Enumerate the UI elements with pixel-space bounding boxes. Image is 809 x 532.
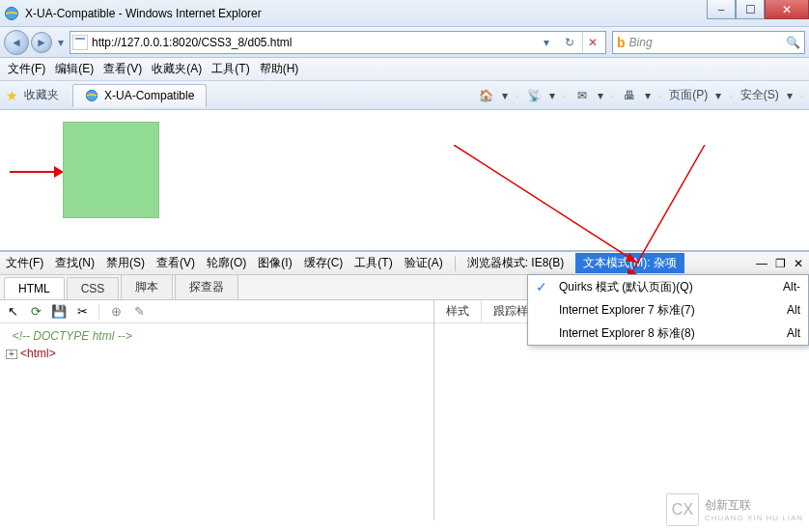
window-titlebar: X-UA-Compatible - Windows Internet Explo… bbox=[0, 0, 809, 27]
watermark: CX 创新互联 CHUANG XIN HU LIAN bbox=[666, 493, 803, 526]
favorites-toolbar: ★ 收藏夹 X-UA-Compatible 🏠▾ · 📡▾ · ✉▾ · 🖶▾ … bbox=[0, 81, 809, 110]
favorites-label[interactable]: 收藏夹 bbox=[24, 87, 59, 103]
mail-icon[interactable]: ✉ bbox=[574, 88, 590, 103]
url-dropdown[interactable]: ▾ bbox=[536, 32, 557, 53]
dt-menu-cache[interactable]: 缓存(C) bbox=[304, 255, 344, 271]
url-input[interactable] bbox=[92, 36, 528, 49]
doc-mode-item-quirks[interactable]: ✓ Quirks 模式 (默认页面)(Q) Alt- bbox=[528, 275, 808, 298]
devtools-close-icon[interactable]: ✕ bbox=[794, 257, 803, 270]
cut-tool-icon[interactable]: ✂ bbox=[73, 303, 91, 321]
favorites-star-icon[interactable]: ★ bbox=[6, 88, 18, 103]
home-icon[interactable]: 🏠 bbox=[479, 88, 494, 103]
page-icon bbox=[72, 35, 88, 50]
print-icon[interactable]: 🖶 bbox=[622, 88, 637, 103]
search-placeholder: Bing bbox=[629, 36, 653, 49]
annotation-arrow-horizontal bbox=[10, 163, 64, 181]
devtools-tree-panel: ↖ ⟳ 💾 ✂ ⊕ ✎ <!-- DOCTYPE html --> +<html… bbox=[0, 300, 434, 520]
window-title: X-UA-Compatible - Windows Internet Explo… bbox=[25, 7, 262, 20]
document-mode-dropdown[interactable]: 文本模式(M): 杂项 bbox=[575, 253, 684, 273]
feeds-icon[interactable]: 📡 bbox=[526, 88, 542, 103]
menu-tools[interactable]: 工具(T) bbox=[211, 61, 249, 77]
devtools-tab-profiler[interactable]: 探查器 bbox=[175, 274, 238, 299]
pointer-tool-icon[interactable]: ↖ bbox=[4, 303, 21, 321]
dt-menu-image[interactable]: 图像(I) bbox=[258, 255, 292, 271]
doctype-comment: <!-- DOCTYPE html --> bbox=[13, 329, 132, 343]
rendered-green-box bbox=[63, 122, 159, 218]
attr-tool-icon[interactable]: ⊕ bbox=[107, 303, 125, 321]
menu-favorites[interactable]: 收藏夹(A) bbox=[152, 61, 202, 77]
window-close-button[interactable]: ✕ bbox=[765, 0, 809, 19]
document-mode-menu: ✓ Quirks 模式 (默认页面)(Q) Alt- Internet Expl… bbox=[527, 274, 809, 346]
page-tab[interactable]: X-UA-Compatible bbox=[72, 84, 207, 107]
doc-mode-item-ie8[interactable]: Internet Explorer 8 标准(8) Alt bbox=[528, 322, 808, 345]
browser-mode-label[interactable]: 浏览器模式: IE8(B) bbox=[467, 255, 565, 271]
watermark-en: CHUANG XIN HU LIAN bbox=[705, 514, 803, 522]
refresh-tool-icon[interactable]: ⟳ bbox=[27, 303, 44, 321]
watermark-cn: 创新互联 bbox=[705, 497, 803, 514]
dt-menu-outline[interactable]: 轮廓(O) bbox=[207, 255, 246, 271]
page-viewport bbox=[0, 110, 809, 251]
menu-bar: 文件(F) 编辑(E) 查看(V) 收藏夹(A) 工具(T) 帮助(H) bbox=[0, 58, 809, 81]
dt-menu-file[interactable]: 文件(F) bbox=[6, 255, 43, 271]
dt-menu-find[interactable]: 查找(N) bbox=[55, 255, 95, 271]
html-tag-node[interactable]: <html> bbox=[20, 347, 56, 360]
nav-history-dropdown[interactable]: ▾ bbox=[54, 31, 68, 54]
doc-mode-item-ie7[interactable]: Internet Explorer 7 标准(7) Alt bbox=[528, 298, 808, 322]
stop-button[interactable]: ✕ bbox=[582, 32, 603, 53]
menu-file[interactable]: 文件(F) bbox=[8, 61, 45, 77]
search-button-icon[interactable]: 🔍 bbox=[786, 36, 800, 49]
dom-tree[interactable]: <!-- DOCTYPE html --> +<html> bbox=[0, 323, 433, 366]
expand-tool-icon[interactable]: ✎ bbox=[130, 303, 148, 321]
dt-menu-disable[interactable]: 禁用(S) bbox=[106, 255, 145, 271]
save-tool-icon[interactable]: 💾 bbox=[50, 303, 68, 321]
forward-button[interactable]: ► bbox=[31, 32, 52, 53]
check-icon: ✓ bbox=[536, 279, 551, 294]
dt-menu-validate[interactable]: 验证(A) bbox=[404, 255, 443, 271]
nav-bar: ◄ ► ▾ ▾ ↻ ✕ b Bing 🔍 bbox=[0, 27, 809, 58]
search-box[interactable]: b Bing 🔍 bbox=[612, 31, 805, 54]
expand-toggle-icon[interactable]: + bbox=[6, 350, 17, 359]
devtools-tab-html[interactable]: HTML bbox=[4, 277, 65, 299]
ie-icon bbox=[85, 89, 98, 102]
watermark-logo: CX bbox=[666, 493, 699, 526]
page-menu[interactable]: 页面(P) bbox=[669, 87, 708, 103]
menu-help[interactable]: 帮助(H) bbox=[260, 61, 299, 77]
devtools-minimize-icon[interactable]: — bbox=[756, 257, 767, 270]
window-maximize-button[interactable]: ☐ bbox=[736, 0, 765, 19]
dt-menu-tools[interactable]: 工具(T) bbox=[354, 255, 392, 271]
devtools-tab-css[interactable]: CSS bbox=[67, 277, 120, 299]
devtools-toolbar: ↖ ⟳ 💾 ✂ ⊕ ✎ bbox=[0, 300, 433, 323]
address-bar[interactable]: ▾ ↻ ✕ bbox=[70, 31, 606, 54]
dt-menu-view[interactable]: 查看(V) bbox=[156, 255, 195, 271]
menu-view[interactable]: 查看(V) bbox=[103, 61, 142, 77]
devtools-unpin-icon[interactable]: ❐ bbox=[775, 257, 786, 270]
tab-title: X-UA-Compatible bbox=[104, 89, 194, 102]
back-button[interactable]: ◄ bbox=[4, 30, 29, 55]
devtools-menubar: 文件(F) 查找(N) 禁用(S) 查看(V) 轮廓(O) 图像(I) 缓存(C… bbox=[0, 252, 809, 275]
bing-icon: b bbox=[617, 35, 626, 50]
devtools-tab-script[interactable]: 脚本 bbox=[121, 274, 173, 299]
menu-edit[interactable]: 编辑(E) bbox=[55, 61, 94, 77]
styles-tab[interactable]: 样式 bbox=[434, 300, 482, 322]
refresh-button[interactable]: ↻ bbox=[559, 32, 580, 53]
ie-icon bbox=[4, 6, 19, 21]
safety-menu[interactable]: 安全(S) bbox=[740, 87, 779, 103]
window-minimize-button[interactable]: – bbox=[707, 0, 736, 19]
